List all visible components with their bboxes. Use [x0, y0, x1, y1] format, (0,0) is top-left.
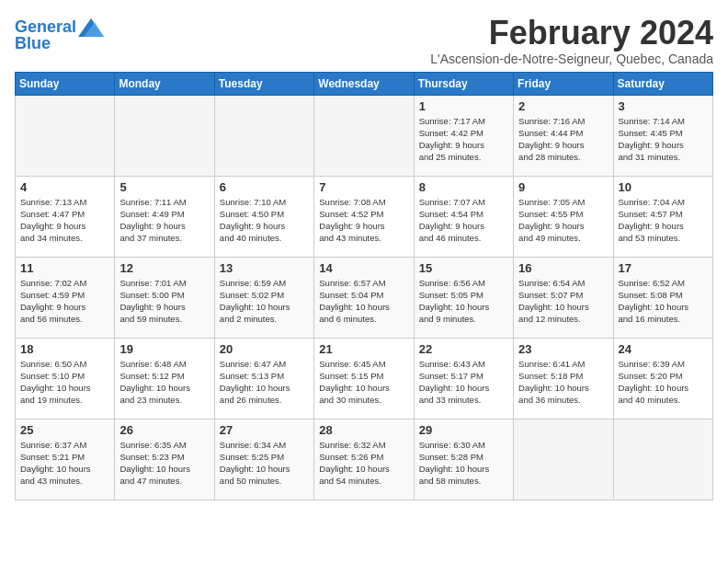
day-info: Sunrise: 6:35 AM Sunset: 5:23 PM Dayligh…	[119, 439, 209, 488]
calendar-cell: 5Sunrise: 7:11 AM Sunset: 4:49 PM Daylig…	[115, 176, 214, 257]
day-info: Sunrise: 6:59 AM Sunset: 5:02 PM Dayligh…	[220, 277, 309, 326]
day-number: 26	[119, 423, 209, 437]
day-number: 27	[220, 423, 309, 437]
day-number: 24	[619, 342, 708, 356]
day-info: Sunrise: 6:54 AM Sunset: 5:07 PM Dayligh…	[518, 277, 608, 326]
day-info: Sunrise: 6:56 AM Sunset: 5:05 PM Dayligh…	[419, 277, 508, 326]
calendar-cell	[613, 419, 712, 500]
day-number: 6	[220, 180, 309, 194]
day-info: Sunrise: 7:11 AM Sunset: 4:49 PM Dayligh…	[119, 196, 209, 245]
day-of-week-header: Monday	[115, 72, 214, 95]
day-number: 17	[619, 261, 708, 275]
day-info: Sunrise: 6:48 AM Sunset: 5:12 PM Dayligh…	[119, 358, 209, 407]
calendar-cell	[16, 95, 115, 176]
day-info: Sunrise: 6:39 AM Sunset: 5:20 PM Dayligh…	[619, 358, 708, 407]
calendar-cell: 14Sunrise: 6:57 AM Sunset: 5:04 PM Dayli…	[314, 257, 414, 338]
day-number: 5	[119, 180, 209, 194]
day-number: 23	[518, 342, 608, 356]
day-number: 18	[20, 342, 109, 356]
calendar-cell: 19Sunrise: 6:48 AM Sunset: 5:12 PM Dayli…	[115, 338, 214, 419]
day-number: 13	[220, 261, 309, 275]
calendar-cell: 18Sunrise: 6:50 AM Sunset: 5:10 PM Dayli…	[16, 338, 115, 419]
day-of-week-header: Thursday	[414, 72, 513, 95]
day-number: 7	[319, 180, 408, 194]
day-info: Sunrise: 6:50 AM Sunset: 5:10 PM Dayligh…	[20, 358, 109, 407]
day-number: 14	[319, 261, 408, 275]
calendar-cell: 20Sunrise: 6:47 AM Sunset: 5:13 PM Dayli…	[214, 338, 313, 419]
location-subtitle: L'Ascension-de-Notre-Seigneur, Quebec, C…	[430, 52, 713, 66]
calendar-cell: 25Sunrise: 6:37 AM Sunset: 5:21 PM Dayli…	[16, 419, 115, 500]
calendar-cell: 28Sunrise: 6:32 AM Sunset: 5:26 PM Dayli…	[314, 419, 414, 500]
day-info: Sunrise: 6:30 AM Sunset: 5:28 PM Dayligh…	[419, 439, 508, 488]
calendar-cell: 17Sunrise: 6:52 AM Sunset: 5:08 PM Dayli…	[613, 257, 712, 338]
logo-icon	[78, 18, 104, 37]
day-info: Sunrise: 6:57 AM Sunset: 5:04 PM Dayligh…	[319, 277, 408, 326]
title-block: February 2024 L'Ascension-de-Notre-Seign…	[430, 15, 713, 66]
calendar-cell: 6Sunrise: 7:10 AM Sunset: 4:50 PM Daylig…	[214, 176, 313, 257]
day-number: 28	[319, 423, 408, 437]
day-number: 29	[419, 423, 508, 437]
day-info: Sunrise: 6:52 AM Sunset: 5:08 PM Dayligh…	[619, 277, 708, 326]
calendar-cell: 4Sunrise: 7:13 AM Sunset: 4:47 PM Daylig…	[16, 176, 115, 257]
calendar-cell	[115, 95, 214, 176]
day-info: Sunrise: 7:13 AM Sunset: 4:47 PM Dayligh…	[20, 196, 109, 245]
day-info: Sunrise: 6:41 AM Sunset: 5:18 PM Dayligh…	[518, 358, 608, 407]
logo-blue-text: Blue	[15, 35, 104, 53]
calendar-cell: 9Sunrise: 7:05 AM Sunset: 4:55 PM Daylig…	[514, 176, 613, 257]
day-number: 3	[619, 99, 708, 113]
logo: General Blue	[15, 18, 104, 53]
calendar-week-row: 11Sunrise: 7:02 AM Sunset: 4:59 PM Dayli…	[16, 257, 713, 338]
calendar-cell: 27Sunrise: 6:34 AM Sunset: 5:25 PM Dayli…	[214, 419, 313, 500]
day-number: 25	[20, 423, 109, 437]
day-number: 1	[419, 99, 508, 113]
day-info: Sunrise: 7:04 AM Sunset: 4:57 PM Dayligh…	[619, 196, 708, 245]
day-of-week-header: Saturday	[613, 72, 712, 95]
day-info: Sunrise: 6:47 AM Sunset: 5:13 PM Dayligh…	[220, 358, 309, 407]
calendar-cell: 16Sunrise: 6:54 AM Sunset: 5:07 PM Dayli…	[514, 257, 613, 338]
page-header: General Blue February 2024 L'Ascension-d…	[15, 15, 713, 66]
calendar-cell: 12Sunrise: 7:01 AM Sunset: 5:00 PM Dayli…	[115, 257, 214, 338]
calendar-week-row: 4Sunrise: 7:13 AM Sunset: 4:47 PM Daylig…	[16, 176, 713, 257]
calendar-cell: 23Sunrise: 6:41 AM Sunset: 5:18 PM Dayli…	[514, 338, 613, 419]
day-info: Sunrise: 7:02 AM Sunset: 4:59 PM Dayligh…	[20, 277, 109, 326]
calendar-cell: 3Sunrise: 7:14 AM Sunset: 4:45 PM Daylig…	[613, 95, 712, 176]
calendar-cell: 8Sunrise: 7:07 AM Sunset: 4:54 PM Daylig…	[414, 176, 513, 257]
day-number: 12	[119, 261, 209, 275]
day-number: 22	[419, 342, 508, 356]
day-info: Sunrise: 7:05 AM Sunset: 4:55 PM Dayligh…	[518, 196, 608, 245]
day-number: 11	[20, 261, 109, 275]
calendar-cell	[314, 95, 414, 176]
calendar-cell: 21Sunrise: 6:45 AM Sunset: 5:15 PM Dayli…	[314, 338, 414, 419]
calendar-week-row: 1Sunrise: 7:17 AM Sunset: 4:42 PM Daylig…	[16, 95, 713, 176]
day-info: Sunrise: 6:37 AM Sunset: 5:21 PM Dayligh…	[20, 439, 109, 488]
day-info: Sunrise: 6:32 AM Sunset: 5:26 PM Dayligh…	[319, 439, 408, 488]
calendar-cell	[514, 419, 613, 500]
day-number: 8	[419, 180, 508, 194]
day-of-week-header: Friday	[514, 72, 613, 95]
calendar-cell: 1Sunrise: 7:17 AM Sunset: 4:42 PM Daylig…	[414, 95, 513, 176]
day-of-week-header: Tuesday	[214, 72, 313, 95]
day-of-week-header: Wednesday	[314, 72, 414, 95]
day-info: Sunrise: 7:01 AM Sunset: 5:00 PM Dayligh…	[119, 277, 209, 326]
day-number: 19	[119, 342, 209, 356]
day-info: Sunrise: 7:10 AM Sunset: 4:50 PM Dayligh…	[220, 196, 309, 245]
calendar-cell: 26Sunrise: 6:35 AM Sunset: 5:23 PM Dayli…	[115, 419, 214, 500]
calendar-cell: 11Sunrise: 7:02 AM Sunset: 4:59 PM Dayli…	[16, 257, 115, 338]
day-info: Sunrise: 7:07 AM Sunset: 4:54 PM Dayligh…	[419, 196, 508, 245]
day-number: 9	[518, 180, 608, 194]
calendar-cell: 13Sunrise: 6:59 AM Sunset: 5:02 PM Dayli…	[214, 257, 313, 338]
day-info: Sunrise: 7:16 AM Sunset: 4:44 PM Dayligh…	[518, 115, 608, 164]
calendar-header-row: SundayMondayTuesdayWednesdayThursdayFrid…	[16, 72, 713, 95]
day-number: 15	[419, 261, 508, 275]
day-number: 21	[319, 342, 408, 356]
calendar-cell: 2Sunrise: 7:16 AM Sunset: 4:44 PM Daylig…	[514, 95, 613, 176]
calendar-cell: 15Sunrise: 6:56 AM Sunset: 5:05 PM Dayli…	[414, 257, 513, 338]
day-number: 10	[619, 180, 708, 194]
day-number: 20	[220, 342, 309, 356]
calendar-cell: 22Sunrise: 6:43 AM Sunset: 5:17 PM Dayli…	[414, 338, 513, 419]
day-of-week-header: Sunday	[16, 72, 115, 95]
calendar-cell: 24Sunrise: 6:39 AM Sunset: 5:20 PM Dayli…	[613, 338, 712, 419]
calendar-cell: 10Sunrise: 7:04 AM Sunset: 4:57 PM Dayli…	[613, 176, 712, 257]
calendar-cell: 7Sunrise: 7:08 AM Sunset: 4:52 PM Daylig…	[314, 176, 414, 257]
day-info: Sunrise: 6:34 AM Sunset: 5:25 PM Dayligh…	[220, 439, 309, 488]
